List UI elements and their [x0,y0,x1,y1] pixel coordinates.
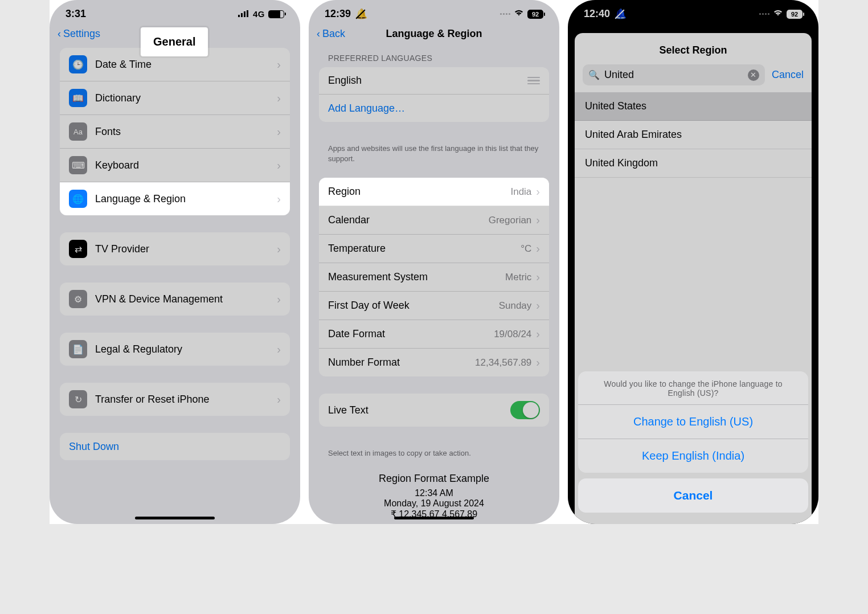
legal-icon: 📄 [69,340,87,358]
preferred-languages-header: PREFERRED LANGUAGES [309,48,559,67]
silent-icon [615,9,625,19]
fonts-icon: Aa [69,122,87,141]
first-day-value: Sunday [499,300,532,312]
legal-row[interactable]: 📄Legal & Regulatory› [60,333,290,366]
temperature-value: °C [521,243,531,255]
keep-english-india-button[interactable]: Keep English (India) [578,439,808,473]
preferred-languages-footer: Apps and websites will use the first lan… [309,139,559,167]
wifi-icon [514,9,524,19]
drag-handle-icon[interactable] [527,77,540,85]
shutdown-row[interactable]: Shut Down [60,433,290,460]
region-format-example: Region Format Example 12:34 AM Monday, 1… [309,462,559,519]
region-value: India [510,186,531,198]
sheet-title: Select Region [575,33,812,64]
dictionary-icon: 📖 [69,89,87,107]
clock: 12:39 [325,8,351,20]
svg-rect-3 [247,10,248,17]
live-text-footer: Select text in images to copy or take ac… [309,444,559,462]
clock: 12:40 [584,8,610,20]
cancel-button[interactable]: Cancel [772,69,804,81]
region-row[interactable]: RegionIndia› [319,178,549,206]
language-region-row[interactable]: 🌐Language & Region› [60,182,290,215]
fonts-label: Fonts [95,126,277,138]
transfer-reset-row[interactable]: ↻Transfer or Reset iPhone› [60,383,290,416]
english-row[interactable]: English [319,67,549,95]
phone-language-region: 12:39 92 ‹ Back Language & Region PREFER… [309,0,559,524]
chevron-right-icon: › [536,328,540,341]
back-button[interactable]: ‹ Settings [58,28,100,40]
live-text-label: Live Text [328,404,510,416]
dictionary-label: Dictionary [95,92,277,104]
temperature-label: Temperature [328,243,521,255]
result-united-states[interactable]: United States [575,92,812,121]
keyboard-row[interactable]: ⌨Keyboard› [60,149,290,182]
search-input[interactable]: 🔍 United ✕ [583,64,765,85]
temperature-row[interactable]: Temperature°C› [319,235,549,263]
network-label: 4G [253,9,265,19]
chevron-right-icon: › [536,185,540,198]
search-icon: 🔍 [588,69,600,80]
chevron-right-icon: › [277,125,281,138]
date-format-row[interactable]: Date Format19/08/24› [319,320,549,349]
chevron-right-icon: › [277,159,281,172]
transfer-reset-label: Transfer or Reset iPhone [95,394,277,406]
tv-provider-row[interactable]: ⇄TV Provider› [60,232,290,265]
back-label: Settings [63,28,100,40]
measurement-row[interactable]: Measurement SystemMetric› [319,263,549,292]
status-bar: 3:31 4G [50,0,300,22]
dictionary-row[interactable]: 📖Dictionary› [60,81,290,115]
tv-provider-label: TV Provider [95,243,277,255]
chevron-left-icon: ‹ [58,28,61,40]
keyboard-label: Keyboard [95,159,277,171]
chevron-right-icon: › [536,242,540,255]
svg-rect-2 [244,11,245,17]
home-indicator[interactable] [135,517,215,519]
number-format-row[interactable]: Number Format12,34,567.89› [319,349,549,376]
wifi-icon [773,9,783,19]
alert-message: Would you like to change the iPhone lang… [578,371,808,404]
date-format-value: 19/08/24 [494,329,531,340]
number-format-value: 12,34,567.89 [475,357,531,369]
calendar-row[interactable]: CalendarGregorian› [319,206,549,235]
result-uk[interactable]: United Kingdom [575,149,812,178]
calendar-value: Gregorian [489,215,532,226]
language-region-label: Language & Region [95,193,277,205]
region-label: Region [328,186,510,198]
date-time-icon: 🕒 [69,55,87,73]
live-text-row[interactable]: Live Text [319,394,549,427]
battery-icon [268,10,284,18]
nav-bar: ‹ Back Language & Region [309,22,559,48]
vpn-device-row[interactable]: ⚙VPN & Device Management› [60,283,290,316]
result-uae[interactable]: United Arab Emirates [575,121,812,149]
chevron-left-icon: ‹ [317,28,320,40]
back-button[interactable]: ‹ Back [317,28,345,40]
chevron-right-icon: › [277,393,281,406]
live-text-toggle[interactable] [510,401,540,419]
home-indicator[interactable] [394,517,474,519]
chevron-right-icon: › [536,271,540,284]
number-format-label: Number Format [328,357,475,369]
chevron-right-icon: › [277,343,281,356]
example-title: Region Format Example [319,473,549,485]
tv-provider-icon: ⇄ [69,240,87,258]
back-label: Back [322,28,345,40]
chevron-right-icon: › [277,193,281,206]
alert-cancel-button[interactable]: Cancel [578,478,808,513]
battery-icon: 92 [527,10,543,19]
battery-icon: 92 [787,10,803,19]
phone-general-settings: 3:31 4G ‹ Settings General 🕒Date & Time›… [50,0,300,524]
vpn-device-label: VPN & Device Management [95,293,277,305]
add-language-row[interactable]: Add Language… [319,95,549,122]
fonts-row[interactable]: AaFonts› [60,115,290,149]
chevron-right-icon: › [277,58,281,71]
change-english-us-button[interactable]: Change to English (US) [578,404,808,439]
calendar-label: Calendar [328,214,489,226]
phone-select-region: 12:40 92 Select Region 🔍 United ✕ Cancel… [568,0,818,524]
clear-icon[interactable]: ✕ [748,69,759,81]
silent-icon [355,9,366,19]
first-day-row[interactable]: First Day of WeekSunday› [319,292,549,320]
status-bar: 12:39 92 [309,0,559,22]
measurement-value: Metric [505,272,531,283]
chevron-right-icon: › [277,92,281,105]
date-time-label: Date & Time [95,59,277,71]
